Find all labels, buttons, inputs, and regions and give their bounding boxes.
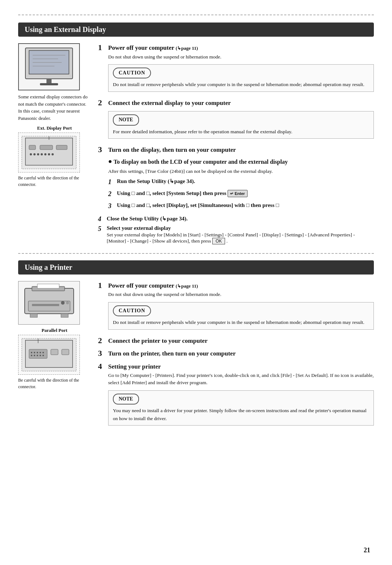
step-1-external-content: Power off your computer (↳page 11) Do no… — [108, 43, 374, 95]
step-num-1-printer: 1 — [98, 281, 106, 290]
connector-note-printer: Be careful with the direction of the con… — [18, 377, 91, 390]
step-num-4-printer: 4 — [98, 362, 106, 371]
svg-point-36 — [40, 352, 41, 353]
external-display-content: Some external display connectors do not … — [18, 43, 374, 247]
svg-point-26 — [61, 301, 65, 305]
step-4-printer: 4 Setting your printer Go to [My Compute… — [98, 362, 374, 430]
caution-label-external-1: CAUTION — [113, 68, 151, 78]
sub-step-num-2: 2 — [108, 189, 115, 199]
step-1-printer: 1 Power off your computer (↳page 11) Do … — [98, 281, 374, 333]
svg-point-34 — [34, 352, 35, 353]
printer-content: Parallel Port — [18, 281, 374, 432]
svg-rect-43 — [51, 349, 58, 355]
svg-rect-12 — [56, 145, 67, 150]
sub-step-2-text: Using □ and □, select [System Setup] the… — [117, 190, 226, 196]
caution-text-printer-1: Do not install or remove peripherals whi… — [113, 318, 369, 326]
step-5-external: 5 Select your external display Set your … — [98, 225, 374, 245]
step-num-1-external: 1 — [98, 43, 106, 52]
step-3-printer-heading: Turn on the printer, then turn on your c… — [108, 349, 374, 358]
svg-point-16 — [41, 153, 43, 155]
step-5-period: . — [226, 238, 228, 244]
bullet-dot: ● — [108, 158, 112, 166]
caution-box-external-1: CAUTION Do not install or remove periphe… — [108, 64, 374, 92]
sub-step-3-content: Using □ and □, select [Display], set [Si… — [117, 201, 374, 210]
step-num-3-external: 3 — [98, 145, 106, 154]
note-label-external: NOTE — [113, 114, 139, 125]
section-external-display: Using an External Display — [18, 23, 374, 247]
svg-point-37 — [42, 352, 44, 353]
step-1-printer-sub: Do not shut down using the suspend or hi… — [108, 291, 374, 298]
step-1-printer-heading-ref: (↳page 11) — [176, 283, 198, 289]
step-num-3-printer: 3 — [98, 349, 106, 358]
step-3-bullet-text: To display on both the LCD of your compu… — [114, 158, 288, 166]
note-text-external: For more detailed information, please re… — [113, 128, 369, 136]
svg-point-38 — [31, 355, 32, 356]
port-illustration-printer — [18, 335, 80, 375]
step-1-printer-content: Power off your computer (↳page 11) Do no… — [108, 281, 374, 333]
svg-point-15 — [37, 153, 39, 155]
step-2-external-content: Connect the external display to your com… — [108, 98, 374, 142]
external-display-left-col: Some external display connectors do not … — [18, 43, 91, 247]
svg-point-14 — [33, 153, 36, 155]
external-display-right-col: 1 Power off your computer (↳page 11) Do … — [98, 43, 374, 247]
monitor-illustration — [18, 43, 80, 90]
caution-text-external-1: Do not install or remove peripherals whi… — [113, 81, 369, 89]
step-2-external: 2 Connect the external display to your c… — [98, 98, 374, 142]
page-number: 21 — [364, 546, 370, 554]
caution-box-printer-1: CAUTION Do not install or remove periphe… — [108, 302, 374, 330]
step-4-printer-heading: Setting your printer — [108, 362, 374, 371]
section-header-external-display: Using an External Display — [18, 23, 374, 37]
note-box-printer: NOTE You may need to install a driver fo… — [108, 390, 374, 426]
svg-point-40 — [37, 355, 38, 356]
step-num-5-external: 5 — [98, 225, 105, 233]
port-illustration-external — [18, 133, 80, 172]
svg-rect-11 — [40, 145, 53, 150]
step-2-printer-heading: Connect the printer to your computer — [108, 336, 374, 346]
step-4-external-content: Close the Setup Utility (↳page 34). — [107, 215, 374, 222]
svg-rect-28 — [30, 314, 37, 317]
svg-rect-9 — [25, 138, 73, 165]
step-4-external: 4 Close the Setup Utility (↳page 34). — [98, 215, 374, 223]
note-box-external: NOTE For more detailed information, plea… — [108, 111, 374, 139]
svg-point-18 — [48, 153, 50, 155]
svg-point-39 — [34, 355, 35, 356]
svg-rect-7 — [40, 83, 58, 85]
sub-step-2: 2 Using □ and □, select [System Setup] t… — [108, 189, 374, 199]
svg-rect-32 — [29, 349, 47, 358]
printer-illustration — [18, 281, 80, 325]
svg-rect-23 — [37, 284, 59, 288]
step-1-printer-heading-bold: Power off your computer — [108, 282, 174, 289]
step-3-bullet-heading: ● To display on both the LCD of your com… — [108, 158, 374, 166]
sub-step-num-3: 3 — [108, 201, 115, 211]
step-2-external-heading: Connect the external display to your com… — [108, 98, 374, 108]
step-5-external-heading: Select your external display — [107, 225, 374, 231]
step-num-2-external: 2 — [98, 98, 106, 107]
printer-right-col: 1 Power off your computer (↳page 11) Do … — [98, 281, 374, 432]
note-text-printer: You may need to install a driver for you… — [113, 407, 369, 422]
sub-step-1: 1 Run the Setup Utility (↳page 34). — [108, 177, 374, 187]
step-2-printer-content: Connect the printer to your computer — [108, 336, 374, 346]
svg-rect-10 — [29, 145, 36, 150]
svg-point-27 — [66, 301, 69, 304]
printer-left-col: Parallel Port — [18, 281, 91, 432]
sub-step-2-content: Using □ and □, select [System Setup] the… — [117, 189, 374, 198]
step-2-printer: 2 Connect the printer to your computer — [98, 336, 374, 346]
svg-rect-6 — [46, 79, 52, 83]
section-divider — [18, 253, 374, 254]
step-5-text-content: Set your external display for [Models] i… — [107, 232, 355, 244]
step-3-external-heading: Turn on the display, then turn on your c… — [108, 145, 374, 155]
svg-rect-44 — [62, 349, 69, 355]
sub-step-1-content: Run the Setup Utility (↳page 34). — [117, 177, 374, 186]
step-4-printer-text: Go to [My Computer] - [Printers]. Find y… — [108, 372, 374, 387]
step-5-external-text: Set your external display for [Models] i… — [107, 232, 374, 244]
step-1-external: 1 Power off your computer (↳page 11) Do … — [98, 43, 374, 95]
step-1-heading-ref: (↳page 11) — [176, 45, 198, 51]
svg-point-33 — [31, 352, 32, 353]
step-num-2-printer: 2 — [98, 336, 106, 345]
parallel-port-label: Parallel Port — [18, 328, 91, 333]
step-3-external: 3 Turn on the display, then turn on your… — [98, 145, 374, 212]
step-1-heading-bold: Power off your computer — [108, 44, 174, 51]
sub-step-num-1: 1 — [108, 177, 115, 187]
step-3-bullet-sub: After this settings, [True Color (24bit)… — [108, 168, 374, 175]
external-display-description: Some external display connectors do not … — [18, 93, 91, 122]
